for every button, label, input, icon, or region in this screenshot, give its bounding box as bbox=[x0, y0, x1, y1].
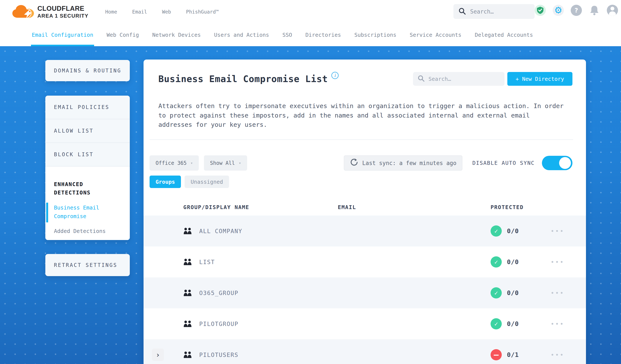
gear-icon[interactable]: ⚙ bbox=[553, 5, 564, 16]
last-sync-button[interactable]: Last sync: a few minutes ago bbox=[344, 155, 462, 171]
nav-web[interactable]: Web bbox=[162, 9, 171, 15]
sidebar-section-enhanced-detections: ENHANCED DETECTIONS Business Email Compr… bbox=[45, 167, 130, 240]
group-icon bbox=[183, 289, 192, 296]
groups-table: GROUP/DISPLAY NAME EMAIL PROTECTED ALL C… bbox=[143, 199, 586, 364]
help-icon[interactable]: ? bbox=[571, 5, 582, 16]
global-search bbox=[453, 4, 535, 19]
tab-users-and-actions[interactable]: Users and Actions bbox=[214, 24, 269, 46]
main-panel: Business Email Compromise List i + New D… bbox=[143, 60, 586, 364]
header-icon-bar: ⚙ ? bbox=[535, 5, 618, 16]
protected-status-icon bbox=[491, 287, 502, 298]
row-menu-button[interactable] bbox=[551, 227, 565, 235]
sidebar-card-retract-settings[interactable]: RETRACT SETTINGS bbox=[45, 254, 130, 276]
row-menu-button[interactable] bbox=[551, 259, 565, 266]
row-menu-button[interactable] bbox=[551, 351, 565, 358]
sidebar-card-domains-routing[interactable]: DOMAINS & ROUTING bbox=[45, 60, 130, 81]
tab-network-devices[interactable]: Network Devices bbox=[152, 24, 201, 46]
brand-subtitle: AREA 1 SECURITY bbox=[37, 13, 88, 19]
protected-count: 0/0 bbox=[507, 258, 519, 266]
group-icon bbox=[183, 320, 192, 328]
filter-bar: Office 365 ▾ Show All ▾ Last sync: a few… bbox=[150, 155, 572, 171]
table-row: LIST 0/0 bbox=[143, 246, 586, 277]
tab-directories[interactable]: Directories bbox=[305, 24, 341, 46]
protected-status-icon bbox=[491, 318, 502, 329]
protected-status-icon bbox=[491, 225, 502, 237]
column-header-protected: PROTECTED bbox=[491, 204, 586, 210]
shield-check-icon[interactable] bbox=[535, 5, 546, 16]
group-name: PILOTUSERS bbox=[199, 351, 239, 358]
page-background: DOMAINS & ROUTING EMAIL POLICIES ALLOW L… bbox=[0, 46, 621, 364]
tab-subscriptions[interactable]: Subscriptions bbox=[354, 24, 397, 46]
auto-sync-toggle[interactable] bbox=[542, 156, 572, 170]
bell-icon[interactable] bbox=[589, 5, 600, 16]
row-menu-button[interactable] bbox=[551, 320, 565, 328]
group-name: ALL COMPANY bbox=[199, 228, 242, 234]
config-tab-bar: Email Configuration Web Config Network D… bbox=[0, 24, 621, 46]
tab-service-accounts[interactable]: Service Accounts bbox=[410, 24, 462, 46]
user-icon[interactable] bbox=[607, 5, 618, 16]
sidebar-item-domains-routing[interactable]: DOMAINS & ROUTING bbox=[45, 68, 121, 74]
show-filter-dropdown[interactable]: Show All ▾ bbox=[204, 155, 247, 171]
search-icon bbox=[459, 8, 466, 16]
directory-dropdown[interactable]: Office 365 ▾ bbox=[150, 155, 199, 171]
nav-home[interactable]: Home bbox=[105, 9, 117, 15]
chevron-down-icon: ▾ bbox=[190, 161, 193, 165]
table-header-row: GROUP/DISPLAY NAME EMAIL PROTECTED bbox=[143, 199, 586, 216]
sidebar-item-email-policies[interactable]: EMAIL POLICIES bbox=[45, 96, 130, 119]
nav-phishguard[interactable]: PhishGuard™ bbox=[186, 9, 219, 15]
view-tabs: Groups Unassigned bbox=[150, 175, 229, 188]
group-name: LIST bbox=[199, 259, 215, 265]
tab-groups[interactable]: Groups bbox=[150, 175, 181, 188]
section-divider bbox=[150, 139, 573, 140]
protected-count: 0/0 bbox=[507, 227, 519, 235]
cloudflare-logo[interactable]: CLOUDFLARE AREA 1 SECURITY bbox=[11, 4, 88, 19]
page-description: Attackers often try to impersonate execu… bbox=[158, 102, 567, 130]
new-directory-button[interactable]: + New Directory bbox=[507, 72, 572, 86]
group-icon bbox=[183, 258, 192, 266]
column-header-name: GROUP/DISPLAY NAME bbox=[143, 204, 338, 210]
group-icon bbox=[183, 227, 192, 235]
toggle-knob bbox=[559, 157, 571, 169]
list-search-input[interactable] bbox=[429, 76, 497, 82]
group-icon bbox=[183, 351, 192, 358]
expand-row-button[interactable]: › bbox=[152, 348, 164, 361]
table-row: › PILOTUSERS 0/1 bbox=[143, 339, 586, 364]
sidebar-item-added-detections[interactable]: Added Detections bbox=[54, 228, 106, 234]
group-name: PILOTGROUP bbox=[199, 321, 239, 327]
table-row: ALL COMPANY 0/0 bbox=[143, 216, 586, 246]
disable-auto-sync-label: DISABLE AUTO SYNC bbox=[472, 160, 535, 166]
column-header-email: EMAIL bbox=[338, 204, 491, 210]
sidebar-item-enhanced-detections[interactable]: ENHANCED DETECTIONS bbox=[54, 180, 105, 197]
protected-count: 0/0 bbox=[507, 289, 519, 296]
primary-nav: Home Email Web PhishGuard™ bbox=[105, 9, 219, 15]
unprotected-status-icon bbox=[491, 349, 502, 360]
global-search-input[interactable] bbox=[470, 8, 526, 15]
sidebar-item-block-list[interactable]: BLOCK LIST bbox=[45, 143, 130, 167]
list-search bbox=[413, 72, 504, 86]
brand-name: CLOUDFLARE bbox=[37, 5, 88, 13]
sidebar-item-retract-settings[interactable]: RETRACT SETTINGS bbox=[45, 262, 117, 268]
tab-delegated-accounts[interactable]: Delegated Accounts bbox=[475, 24, 533, 46]
group-name: O365_GROUP bbox=[199, 290, 239, 296]
sidebar-item-business-email-compromise[interactable]: Business Email Compromise bbox=[54, 204, 106, 221]
table-row: O365_GROUP 0/0 bbox=[143, 277, 586, 308]
cloudflare-cloud-icon bbox=[11, 4, 34, 19]
protected-count: 0/0 bbox=[507, 320, 519, 328]
protected-count: 0/1 bbox=[507, 351, 519, 358]
last-sync-label: Last sync: a few minutes ago bbox=[362, 160, 456, 166]
protected-status-icon bbox=[491, 256, 502, 268]
tab-unassigned[interactable]: Unassigned bbox=[185, 175, 229, 188]
info-icon[interactable]: i bbox=[331, 72, 339, 79]
sync-icon bbox=[350, 158, 362, 168]
tab-email-configuration[interactable]: Email Configuration bbox=[32, 24, 93, 46]
panel-header: Business Email Compromise List i + New D… bbox=[158, 72, 572, 86]
tab-sso[interactable]: SSO bbox=[282, 24, 292, 46]
chevron-down-icon: ▾ bbox=[239, 161, 241, 165]
row-menu-button[interactable] bbox=[551, 289, 565, 296]
sidebar-item-allow-list[interactable]: ALLOW LIST bbox=[45, 119, 130, 143]
active-item-indicator bbox=[46, 203, 48, 222]
nav-email[interactable]: Email bbox=[132, 9, 147, 15]
sidebar-card-policies: EMAIL POLICIES ALLOW LIST BLOCK LIST ENH… bbox=[45, 96, 130, 240]
page-title: Business Email Compromise List bbox=[158, 74, 328, 84]
tab-web-config[interactable]: Web Config bbox=[106, 24, 139, 46]
